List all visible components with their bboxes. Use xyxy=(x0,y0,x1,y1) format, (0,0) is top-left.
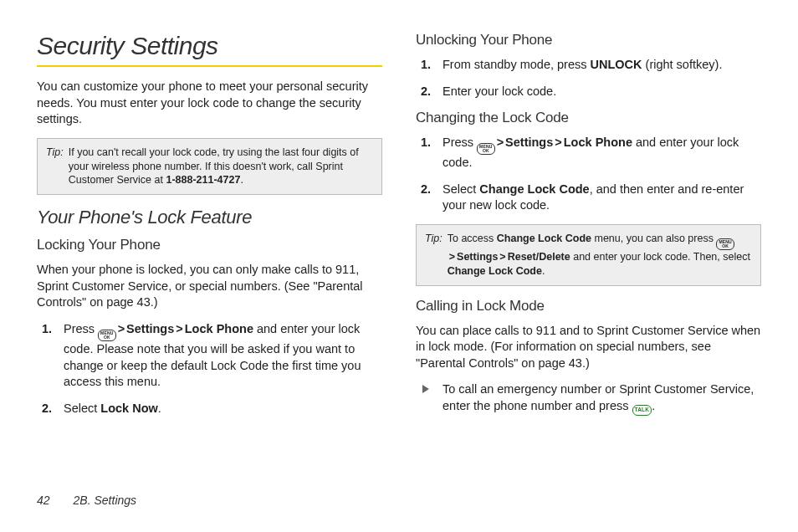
tip-box: Tip: If you can't recall your lock code,… xyxy=(37,138,382,196)
step-item: 1. From standby mode, press UNLOCK (righ… xyxy=(437,57,761,74)
page-number: 42 xyxy=(37,494,50,507)
locking-steps: 1. Press MENUOK>Settings>Lock Phone and … xyxy=(37,321,382,417)
subsection-heading: Locking Your Phone xyxy=(37,237,382,253)
step-item: 2. Select Lock Now. xyxy=(59,401,382,417)
menu-ok-key-icon: MENUOK xyxy=(98,330,116,341)
manual-page: Security Settings You can customize your… xyxy=(0,0,798,532)
subsection-heading: Unlocking Your Phone xyxy=(416,32,761,49)
section-heading: Your Phone's Lock Feature xyxy=(37,207,382,228)
tip-box: Tip: To access Change Lock Code menu, yo… xyxy=(416,224,761,286)
locking-intro: When your phone is locked, you can only … xyxy=(37,262,382,311)
tip-body: To access Change Lock Code menu, you can… xyxy=(448,232,752,279)
subsection-heading: Changing the Lock Code xyxy=(416,110,761,126)
step-item: 2. Enter your lock code. xyxy=(437,84,761,100)
menu-ok-key-icon: MENUOK xyxy=(477,143,495,155)
step-number: 2. xyxy=(421,84,431,100)
calling-intro: You can place calls to 911 and to Sprint… xyxy=(416,323,761,372)
step-number: 1. xyxy=(421,57,431,74)
step-number: 1. xyxy=(421,135,431,151)
left-column: Security Settings You can customize your… xyxy=(37,32,382,427)
talk-key-icon: TALK xyxy=(632,405,652,416)
calling-bullets: To call an emergency number or Sprint Cu… xyxy=(416,381,761,415)
unlock-steps: 1. From standby mode, press UNLOCK (righ… xyxy=(416,57,761,100)
right-column: Unlocking Your Phone 1. From standby mod… xyxy=(416,32,761,427)
two-column-layout: Security Settings You can customize your… xyxy=(37,32,761,427)
step-number: 2. xyxy=(42,401,52,417)
step-item: 1. Press MENUOK>Settings>Lock Phone and … xyxy=(437,135,761,171)
title-underline xyxy=(37,65,382,67)
tip-body: If you can't recall your lock code, try … xyxy=(69,146,373,188)
subsection-heading: Calling in Lock Mode xyxy=(416,298,761,315)
page-title: Security Settings xyxy=(37,32,382,60)
step-number: 1. xyxy=(42,321,52,338)
change-steps: 1. Press MENUOK>Settings>Lock Phone and … xyxy=(416,135,761,214)
step-item: 2. Select Change Lock Code, and then ent… xyxy=(437,182,761,214)
section-label: 2B. Settings xyxy=(74,494,137,507)
bullet-item: To call an emergency number or Sprint Cu… xyxy=(437,381,761,415)
step-number: 2. xyxy=(421,182,431,198)
tip-label: Tip: xyxy=(425,232,442,279)
tip-label: Tip: xyxy=(46,146,64,188)
menu-ok-key-icon: MENUOK xyxy=(716,238,734,250)
step-item: 1. Press MENUOK>Settings>Lock Phone and … xyxy=(59,321,382,391)
intro-text: You can customize your phone to meet you… xyxy=(37,79,382,128)
page-footer: 42 2B. Settings xyxy=(37,494,136,507)
